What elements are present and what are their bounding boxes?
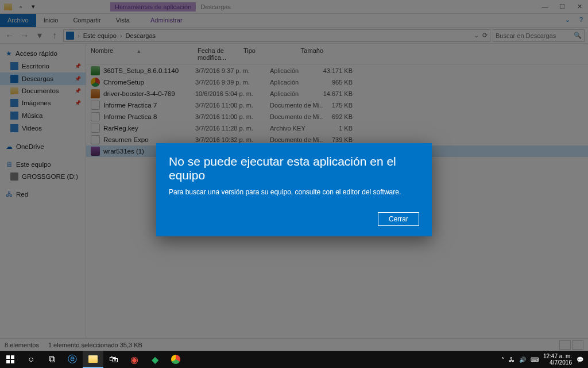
- sidebar-pictures[interactable]: Imágenes📌: [0, 97, 86, 109]
- sidebar-downloads[interactable]: Descargas📌: [0, 72, 86, 85]
- nav-back-button[interactable]: ←: [3, 29, 16, 42]
- tab-share[interactable]: Compartir: [65, 14, 108, 27]
- taskbar-search-icon[interactable]: ○: [21, 351, 41, 368]
- tab-home[interactable]: Inicio: [36, 14, 66, 27]
- file-size: 739 KB: [323, 136, 353, 143]
- disk-icon: [10, 172, 18, 181]
- breadcrumb-root[interactable]: Este equipo: [83, 32, 117, 39]
- sidebar-videos[interactable]: Videos: [0, 122, 86, 135]
- file-row[interactable]: Informe Practica 73/7/2016 11:00 p. m.Do…: [86, 99, 588, 111]
- file-size: 692 KB: [323, 113, 353, 120]
- sidebar-thispc[interactable]: 🖥Este equipo: [0, 159, 86, 170]
- start-button[interactable]: [0, 351, 21, 368]
- action-center-icon[interactable]: 💬: [577, 356, 583, 363]
- qat-properties-icon[interactable]: ▫: [15, 1, 26, 13]
- sidebar-documents[interactable]: Documentos📌: [0, 85, 86, 97]
- col-name[interactable]: Nombre▲: [86, 44, 193, 64]
- col-type[interactable]: Tipo: [239, 44, 292, 64]
- file-date: 3/7/2016 9:39 p. m.: [195, 79, 270, 86]
- file-type: Archivo KEY: [270, 125, 323, 132]
- maximize-button[interactable]: ☐: [554, 0, 571, 14]
- sidebar-music[interactable]: Música: [0, 109, 86, 122]
- ribbon: Archivo Inicio Compartir Vista Administr…: [0, 14, 588, 28]
- breadcrumb[interactable]: › Este equipo › Descargas ⌄ ⟳: [63, 29, 490, 42]
- pictures-icon: [10, 99, 18, 107]
- search-input[interactable]: Buscar en Descargas 🔍: [493, 29, 585, 42]
- ribbon-help-icon[interactable]: ?: [574, 14, 588, 27]
- documents-icon: [10, 87, 18, 94]
- view-details-button[interactable]: [559, 340, 571, 350]
- downloads-icon: [10, 75, 18, 83]
- file-name: Resumen Expo: [103, 136, 195, 143]
- breadcrumb-dropdown-icon[interactable]: ⌄: [474, 32, 479, 39]
- taskbar-chrome-icon[interactable]: [165, 351, 186, 368]
- file-row[interactable]: driver-booster-3-4-0-76910/6/2016 5:04 p…: [86, 88, 588, 99]
- pin-icon: 📌: [75, 63, 81, 69]
- taskbar-store-icon[interactable]: 🛍: [103, 351, 124, 368]
- dialog-title: No se puede ejecutar esta aplicación en …: [169, 155, 419, 182]
- tray-overflow-icon[interactable]: ˄: [501, 356, 504, 363]
- tray-volume-icon[interactable]: 🔊: [519, 356, 526, 363]
- file-size: 1 KB: [323, 125, 353, 132]
- tray-lang-icon[interactable]: ⌨: [531, 356, 539, 363]
- file-date: 3/7/2016 11:28 p. m.: [195, 125, 270, 132]
- view-icons-button[interactable]: [572, 340, 583, 350]
- taskbar-edge-icon[interactable]: ⓔ: [62, 351, 83, 368]
- star-icon: ★: [6, 49, 12, 57]
- file-icon: [91, 101, 100, 110]
- taskbar-app-icon[interactable]: ◉: [124, 351, 145, 368]
- dialog-body: Para buscar una versión para su equipo, …: [169, 188, 419, 196]
- sidebar-quick-access[interactable]: ★Acceso rápido: [0, 47, 86, 60]
- file-row[interactable]: RarReg.key3/7/2016 11:28 p. m.Archivo KE…: [86, 122, 588, 134]
- clock-time: 12:47 a. m.: [543, 353, 572, 359]
- sidebar-drive-d[interactable]: GROSSGORE (D:): [0, 170, 86, 183]
- file-row[interactable]: 360TS_Setup_8.6.0.11403/7/2016 9:37 p. m…: [86, 65, 588, 76]
- sidebar-onedrive[interactable]: ☁OneDrive: [0, 140, 86, 153]
- file-icon: [91, 89, 100, 98]
- taskbar: ○ ⧉ ⓔ 🛍 ◉ ◆ ˄ 🖧 🔊 ⌨ 12:47 a. m. 4/7/2016…: [0, 351, 588, 368]
- status-item-count: 8 elementos: [5, 342, 39, 348]
- tab-file[interactable]: Archivo: [0, 14, 36, 27]
- qat-newfolder-icon[interactable]: ▾: [28, 1, 39, 13]
- taskbar-app2-icon[interactable]: ◆: [145, 351, 165, 368]
- nav-forward-button[interactable]: →: [18, 29, 31, 42]
- taskbar-explorer-icon[interactable]: [83, 351, 103, 368]
- sort-asc-icon: ▲: [136, 48, 141, 54]
- search-icon: 🔍: [574, 32, 582, 39]
- col-date[interactable]: Fecha de modifica...: [193, 44, 239, 64]
- file-icon: [91, 135, 100, 144]
- file-size: 14.671 KB: [323, 90, 353, 97]
- sidebar-network[interactable]: 🖧Red: [0, 189, 86, 200]
- col-size[interactable]: Tamaño: [292, 44, 328, 64]
- breadcrumb-folder[interactable]: Descargas: [125, 32, 156, 39]
- refresh-icon[interactable]: ⟳: [482, 32, 488, 39]
- downloads-icon: [66, 32, 74, 40]
- file-type: Documento de Mi...: [270, 102, 323, 109]
- taskbar-clock[interactable]: 12:47 a. m. 4/7/2016: [543, 353, 572, 366]
- nav-up-button[interactable]: ↑: [48, 29, 61, 42]
- sidebar-desktop[interactable]: Escritorio📌: [0, 60, 86, 72]
- minimize-button[interactable]: —: [536, 0, 554, 14]
- tray-network-icon[interactable]: 🖧: [509, 356, 514, 363]
- dialog-close-button[interactable]: Cerrar: [378, 212, 419, 226]
- qat-explorer-icon[interactable]: [2, 1, 14, 13]
- task-view-button[interactable]: ⧉: [41, 351, 62, 368]
- ribbon-expand-icon[interactable]: ⌄: [560, 14, 574, 27]
- pc-icon: 🖥: [6, 161, 13, 168]
- chevron-right-icon: ›: [120, 32, 122, 39]
- file-type: Documento de Mi...: [270, 136, 323, 143]
- file-row[interactable]: Informe Practica 83/7/2016 11:00 p. m.Do…: [86, 111, 588, 122]
- cloud-icon: ☁: [6, 143, 13, 151]
- file-row[interactable]: ChromeSetup3/7/2016 9:39 p. m.Aplicación…: [86, 76, 588, 88]
- tab-view[interactable]: Vista: [109, 14, 137, 27]
- file-date: 3/7/2016 9:37 p. m.: [195, 67, 270, 74]
- tab-manage[interactable]: Administrar: [143, 14, 190, 27]
- nav-recent-button[interactable]: ▾: [33, 29, 46, 42]
- close-button[interactable]: ✕: [571, 0, 588, 14]
- file-icon: [91, 112, 100, 121]
- file-icon: [91, 147, 100, 156]
- file-type: Aplicación: [270, 90, 323, 97]
- file-icon: [91, 78, 100, 87]
- clock-date: 4/7/2016: [543, 359, 572, 366]
- error-dialog: No se puede ejecutar esta aplicación en …: [156, 143, 432, 236]
